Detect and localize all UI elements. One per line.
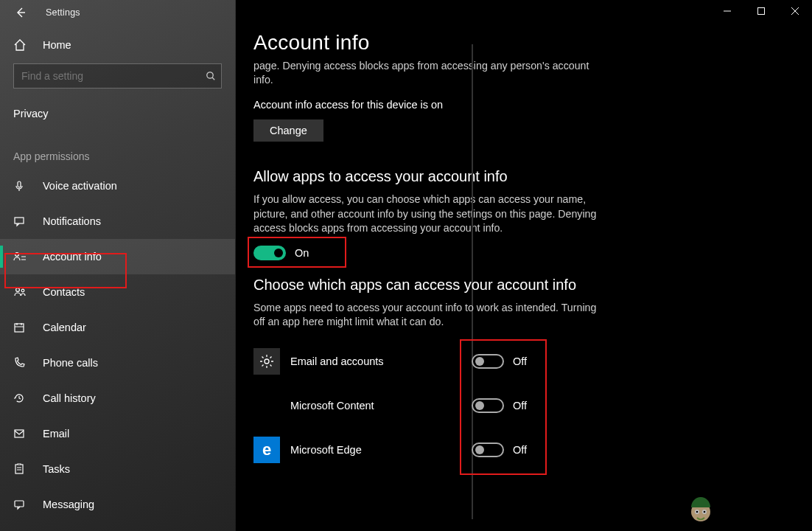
window-controls: [710, 0, 812, 25]
change-button[interactable]: Change: [253, 119, 323, 142]
settings-window: Settings Home Privacy App permissions Vo…: [0, 0, 812, 531]
sidebar-category: Privacy: [0, 102, 235, 133]
mail-icon: [13, 428, 28, 440]
svg-rect-7: [15, 430, 24, 437]
sidebar-item-call-history[interactable]: Call history: [0, 381, 235, 416]
sidebar: Settings Home Privacy App permissions Vo…: [0, 0, 236, 531]
search-icon: [206, 71, 216, 81]
person-list-icon: [13, 251, 28, 263]
sidebar-nav: Voice activation Notifications Account i…: [0, 168, 235, 522]
sidebar-item-label: Calendar: [43, 322, 86, 333]
sidebar-item-label: Phone calls: [43, 357, 98, 369]
sidebar-item-account-info[interactable]: Account info: [0, 239, 235, 274]
close-button[interactable]: [778, 0, 812, 22]
app-toggle-label: Off: [513, 400, 527, 412]
svg-point-4: [16, 288, 20, 292]
svg-point-0: [207, 72, 213, 78]
choose-apps-description: Some apps need to access your account in…: [253, 301, 597, 329]
sidebar-item-label: Email: [43, 428, 69, 440]
svg-rect-9: [15, 501, 24, 507]
app-row-microsoft-content: Microsoft Content Off: [253, 384, 597, 428]
app-title: Settings: [46, 7, 80, 18]
sidebar-item-calendar[interactable]: Calendar: [0, 310, 235, 345]
sidebar-item-label: Notifications: [43, 215, 101, 227]
svg-point-16: [704, 511, 706, 513]
back-button[interactable]: [13, 5, 28, 20]
choose-apps-heading: Choose which apps can access your accoun…: [253, 277, 597, 294]
app-row-email-accounts: Email and accounts Off: [253, 339, 597, 384]
home-label: Home: [43, 39, 71, 51]
app-toggle-microsoft-content[interactable]: [472, 398, 504, 413]
content-inner: Account info page. Denying access blocks…: [236, 0, 597, 472]
choose-apps-section: Choose which apps can access your accoun…: [253, 277, 597, 472]
svg-point-15: [696, 511, 699, 513]
intro-paragraph-fragment: page. Denying access blocks apps from ac…: [253, 59, 597, 87]
app-name: Email and accounts: [290, 355, 438, 367]
allow-apps-toggle-label: On: [295, 247, 309, 259]
app-row-microsoft-edge: e Microsoft Edge Off: [253, 428, 597, 472]
svg-rect-1: [18, 181, 21, 187]
app-toggle-microsoft-edge[interactable]: [472, 442, 504, 457]
search-wrap: [13, 63, 222, 88]
sidebar-item-messaging[interactable]: Messaging: [0, 487, 235, 522]
app-toggle-label: Off: [513, 444, 527, 456]
chat-icon: [13, 215, 28, 227]
history-icon: [13, 392, 28, 404]
app-toggle-email-accounts[interactable]: [472, 354, 504, 369]
device-access-status: Account info access for this device is o…: [253, 99, 597, 111]
gear-icon: [253, 348, 280, 375]
allow-apps-description: If you allow access, you can choose whic…: [253, 192, 597, 235]
sidebar-section-label: App permissions: [0, 133, 235, 168]
contacts-icon: [13, 286, 28, 298]
calendar-icon: [13, 322, 28, 333]
message-icon: [13, 499, 28, 510]
svg-rect-8: [15, 465, 23, 473]
search-input[interactable]: [13, 63, 222, 88]
app-name: Microsoft Content: [290, 400, 438, 412]
sidebar-item-label: Voice activation: [43, 180, 117, 192]
sidebar-item-label: Contacts: [43, 286, 85, 298]
svg-rect-10: [758, 8, 765, 15]
home-icon: [13, 38, 28, 52]
mascot-image: [684, 493, 718, 527]
content-pane: Account info page. Denying access blocks…: [236, 0, 812, 531]
app-name: Microsoft Edge: [290, 444, 438, 456]
sidebar-item-phone-calls[interactable]: Phone calls: [0, 345, 235, 381]
sidebar-item-notifications[interactable]: Notifications: [0, 204, 235, 239]
svg-rect-2: [15, 218, 24, 223]
svg-point-11: [265, 359, 269, 364]
sidebar-item-label: Call history: [43, 392, 96, 404]
sidebar-item-email[interactable]: Email: [0, 416, 235, 451]
allow-apps-toggle[interactable]: [253, 246, 286, 260]
sidebar-home[interactable]: Home: [0, 25, 235, 63]
sidebar-item-voice-activation[interactable]: Voice activation: [0, 168, 235, 204]
tasks-icon: [13, 463, 28, 475]
apps-list: Email and accounts Off Microsoft Content…: [253, 339, 597, 472]
phone-icon: [13, 357, 28, 369]
svg-point-5: [21, 289, 24, 292]
sidebar-item-label: Messaging: [43, 499, 94, 510]
sidebar-item-label: Account info: [43, 251, 102, 263]
mic-icon: [13, 180, 28, 192]
microsoft-logo-icon: [253, 392, 280, 419]
sidebar-item-contacts[interactable]: Contacts: [0, 274, 235, 310]
titlebar-left: Settings: [0, 0, 235, 25]
sidebar-item-label: Tasks: [43, 463, 70, 475]
svg-point-3: [15, 253, 19, 257]
svg-rect-6: [15, 324, 24, 332]
sidebar-item-tasks[interactable]: Tasks: [0, 451, 235, 487]
page-title: Account info: [253, 31, 597, 55]
edge-icon: e: [253, 437, 280, 463]
maximize-button[interactable]: [744, 0, 778, 22]
allow-apps-toggle-row: On: [253, 246, 357, 260]
app-toggle-label: Off: [513, 355, 527, 367]
minimize-button[interactable]: [710, 0, 744, 22]
allow-apps-heading: Allow apps to access your account info: [253, 168, 597, 185]
